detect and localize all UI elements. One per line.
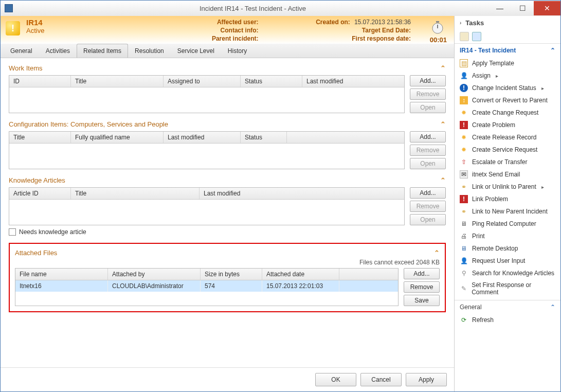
knowledge-open-button[interactable]: Open xyxy=(410,214,446,225)
created-on-value: 15.07.2013 21:58:36 xyxy=(352,18,413,26)
task-link-unlink[interactable]: ⚭Link or Unlink to Parent▸ xyxy=(455,181,560,193)
link-icon: ⚭ xyxy=(460,183,468,191)
user-icon: 👤 xyxy=(460,72,468,80)
attached-row[interactable]: Itnetx16 CLOUDLAB\Administrator 574 15.0… xyxy=(15,280,398,292)
attached-save-button[interactable]: Save xyxy=(404,295,440,306)
task-remote-desktop[interactable]: 🖥Remote Desktop xyxy=(455,242,560,255)
col-assigned[interactable]: Assigned to xyxy=(164,76,241,87)
task-apply-template[interactable]: ▤Apply Template xyxy=(455,57,560,69)
window-controls: — ☐ ✕ xyxy=(488,1,560,15)
chevron-right-icon: ▸ xyxy=(541,85,544,91)
task-set-first-response[interactable]: ✎Set First Response or Comment xyxy=(455,279,560,298)
attached-title-text: Attached Files xyxy=(15,249,57,257)
task-create-release[interactable]: ✸Create Release Record xyxy=(455,131,560,144)
task-change-status[interactable]: !Change Incident Status▸ xyxy=(455,82,560,94)
problem-icon: ! xyxy=(460,121,468,129)
col-file-name[interactable]: File name xyxy=(15,269,108,280)
config-items-open-button[interactable]: Open xyxy=(410,158,446,169)
config-items-add-button[interactable]: Add... xyxy=(410,131,446,142)
attached-add-button[interactable]: Add... xyxy=(404,268,440,279)
tab-general[interactable]: General xyxy=(4,44,39,58)
tab-related-items[interactable]: Related Items xyxy=(77,44,128,58)
attached-remove-button[interactable]: Remove xyxy=(404,281,440,293)
task-convert-revert[interactable]: ↕Convert or Revert to Parent xyxy=(455,94,560,106)
task-link-new-parent[interactable]: ⚭Link to New Parent Incident xyxy=(455,205,560,218)
tab-service-level[interactable]: Service Level xyxy=(171,44,221,58)
col-attached-by[interactable]: Attached by xyxy=(108,269,201,280)
info-icon: ! xyxy=(460,84,468,92)
cancel-button[interactable]: Cancel xyxy=(360,373,402,386)
col-empty xyxy=(339,269,398,280)
knowledge-add-button[interactable]: Add... xyxy=(410,187,446,199)
work-items-table[interactable]: ID Title Assigned to Status Last modifie… xyxy=(9,75,405,113)
star-icon: ✸ xyxy=(460,146,468,154)
knowledge-table[interactable]: Article ID Title Last modified xyxy=(9,187,405,225)
work-items-remove-button[interactable]: Remove xyxy=(410,88,446,100)
work-items-open-button[interactable]: Open xyxy=(410,102,446,113)
minimize-button[interactable]: — xyxy=(488,1,511,15)
ok-button[interactable]: OK xyxy=(315,373,356,386)
task-label: Change Incident Status xyxy=(472,84,536,92)
header-icon-col: ! xyxy=(6,18,26,44)
main-panel: ! IR14 Active Affected user: Contact inf… xyxy=(1,16,455,391)
tab-resolution[interactable]: Resolution xyxy=(128,44,171,58)
col-modified[interactable]: Last modified xyxy=(200,188,404,199)
task-link-problem[interactable]: !Link Problem xyxy=(455,193,560,205)
apply-button[interactable]: Apply xyxy=(406,373,447,386)
col-modified[interactable]: Last modified xyxy=(164,132,241,143)
knowledge-remove-button[interactable]: Remove xyxy=(410,201,446,212)
request-icon: 👤 xyxy=(460,257,468,265)
col-empty xyxy=(287,132,404,143)
task-assign[interactable]: 👤Assign▸ xyxy=(455,69,560,82)
window-title: Incident IR14 - Test Incident - Active xyxy=(17,5,488,12)
col-status[interactable]: Status xyxy=(241,76,302,87)
work-items-add-button[interactable]: Add... xyxy=(410,75,446,86)
task-create-change[interactable]: ✸Create Change Request xyxy=(455,106,560,119)
col-fqn[interactable]: Fully qualified name xyxy=(71,132,164,143)
config-items-remove-button[interactable]: Remove xyxy=(410,145,446,156)
task-create-service[interactable]: ✸Create Service Request xyxy=(455,144,560,156)
tab-history[interactable]: History xyxy=(221,44,254,58)
knowledge-buttons: Add... Remove Open xyxy=(410,187,446,225)
clipboard-icon[interactable] xyxy=(460,32,469,41)
col-id[interactable]: ID xyxy=(9,76,71,87)
col-status[interactable]: Status xyxy=(241,132,287,143)
task-escalate[interactable]: ⇧Escalate or Transfer xyxy=(455,156,560,168)
task-search-knowledge[interactable]: ⚲Search for Knowledge Articles xyxy=(455,267,560,279)
work-items-buttons: Add... Remove Open xyxy=(410,75,446,113)
col-title[interactable]: Title xyxy=(9,132,71,143)
maximize-button[interactable]: ☐ xyxy=(511,1,534,15)
collapse-icon[interactable]: ⌃ xyxy=(434,249,440,257)
col-modified[interactable]: Last modified xyxy=(302,76,404,87)
collapse-icon[interactable]: ⌃ xyxy=(440,64,446,72)
config-items-table[interactable]: Title Fully qualified name Last modified… xyxy=(9,131,405,169)
incident-link[interactable]: IR14 - Test Incident ⌃ xyxy=(455,44,560,57)
task-print[interactable]: 🖨Print xyxy=(455,230,560,242)
chevron-right-icon[interactable]: › xyxy=(460,20,461,26)
needs-knowledge-checkbox[interactable] xyxy=(9,228,16,236)
stopwatch-icon xyxy=(428,20,447,34)
task-label: Link Problem xyxy=(472,195,508,203)
attached-table[interactable]: File name Attached by Size in bytes Atta… xyxy=(15,268,399,306)
task-ping[interactable]: 🖥Ping Related Computer xyxy=(455,218,560,230)
help-icon[interactable] xyxy=(472,32,481,41)
col-size[interactable]: Size in bytes xyxy=(201,269,262,280)
config-items-title: Configuration Items: Computers, Services… xyxy=(9,120,446,128)
col-title[interactable]: Title xyxy=(71,188,200,199)
collapse-icon[interactable]: ⌃ xyxy=(440,120,446,128)
incident-header: ! IR14 Active Affected user: Contact inf… xyxy=(1,16,454,44)
refresh-icon: ⟳ xyxy=(460,316,468,324)
task-request-input[interactable]: 👤Request User Input xyxy=(455,255,560,267)
col-title[interactable]: Title xyxy=(71,76,164,87)
tab-activities[interactable]: Activities xyxy=(39,44,77,58)
collapse-icon[interactable]: ⌃ xyxy=(440,176,446,184)
svg-rect-2 xyxy=(436,21,439,23)
task-send-email[interactable]: ✉itnetx Send Email xyxy=(455,168,560,181)
cell-size: 574 xyxy=(201,280,262,292)
task-create-problem[interactable]: !Create Problem xyxy=(455,119,560,131)
col-article-id[interactable]: Article ID xyxy=(9,188,71,199)
chevron-up-icon[interactable]: ⌃ xyxy=(550,304,555,311)
task-refresh[interactable]: ⟳Refresh xyxy=(455,314,560,326)
close-button[interactable]: ✕ xyxy=(534,1,560,15)
col-date[interactable]: Attached date xyxy=(262,269,339,280)
